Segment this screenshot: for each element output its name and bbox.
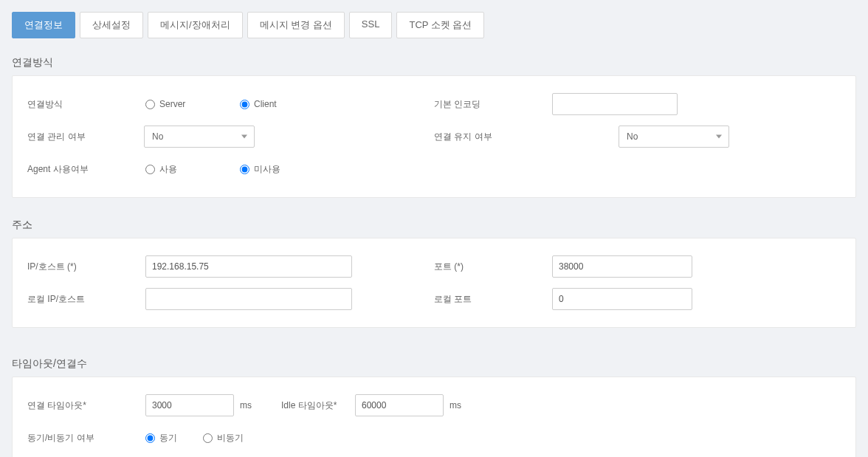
label-local-ip-host: 로컬 IP/호스트	[27, 293, 145, 306]
section-title-connection-method: 연결방식	[12, 56, 856, 69]
unit-conn-timeout: ms	[240, 400, 252, 410]
label-sync-async: 동기/비동기 여부	[27, 432, 145, 444]
label-idle-timeout: Idle 타임아웃*	[281, 399, 355, 412]
label-connection-manage: 연결 관리 여부	[27, 131, 145, 143]
input-ip-host[interactable]	[145, 255, 352, 278]
label-connection-method: 연결방식	[27, 98, 145, 111]
tab-tcp-socket-option[interactable]: TCP 소켓 옵션	[396, 12, 484, 38]
label-connection-keep: 연결 유지 여부	[434, 131, 619, 143]
radio-agent-nouse[interactable]	[240, 165, 249, 174]
panel-address: IP/호스트 (*) 포트 (*) 로컬 IP/호스트 로컬 포트	[12, 238, 856, 328]
radio-label-agent-nouse[interactable]: 미사용	[254, 163, 280, 176]
label-default-encoding: 기본 인코딩	[434, 98, 552, 111]
label-ip-host: IP/호스트 (*)	[27, 261, 145, 273]
radio-label-agent-use[interactable]: 사용	[159, 163, 177, 176]
radio-label-sync[interactable]: 동기	[159, 432, 177, 444]
radio-sync[interactable]	[145, 433, 155, 443]
section-timeout: 타임아웃/연결수 연결 타임아웃* ms Idle 타임아웃* ms 동기/비동…	[12, 357, 856, 457]
input-local-port[interactable]	[552, 288, 692, 310]
radio-agent-use[interactable]	[145, 165, 155, 174]
tab-ssl[interactable]: SSL	[349, 12, 393, 38]
panel-timeout: 연결 타임아웃* ms Idle 타임아웃* ms 동기/비동기 여부 동기 비…	[12, 377, 856, 457]
radio-label-client[interactable]: Client	[254, 99, 277, 109]
label-agent-use: Agent 사용여부	[27, 163, 145, 176]
select-connection-keep[interactable]: No	[619, 126, 729, 148]
section-title-address: 주소	[12, 219, 856, 232]
radio-label-server[interactable]: Server	[159, 99, 185, 109]
select-connection-manage[interactable]: No	[144, 126, 255, 148]
label-conn-timeout: 연결 타임아웃*	[27, 399, 145, 412]
tab-detail-settings[interactable]: 상세설정	[80, 12, 143, 38]
unit-idle-timeout: ms	[450, 400, 461, 410]
radio-client[interactable]	[240, 100, 249, 109]
label-port: 포트 (*)	[434, 261, 552, 273]
radio-server[interactable]	[145, 100, 155, 109]
input-local-ip-host[interactable]	[145, 288, 352, 310]
tabs-bar: 연결정보 상세설정 메시지/장애처리 메시지 변경 옵션 SSL TCP 소켓 …	[12, 12, 856, 38]
radio-label-async[interactable]: 비동기	[217, 432, 244, 444]
panel-connection-method: 연결방식 Server Client 기본 인코딩	[12, 75, 856, 198]
input-default-encoding[interactable]	[552, 93, 678, 115]
input-port[interactable]	[552, 255, 692, 278]
tab-connection-info[interactable]: 연결정보	[12, 12, 75, 38]
radio-async[interactable]	[203, 433, 213, 443]
section-connection-method: 연결방식 연결방식 Server Client 기본 인코딩	[12, 56, 856, 198]
section-title-timeout: 타임아웃/연결수	[12, 357, 856, 371]
input-conn-timeout[interactable]	[145, 394, 234, 416]
input-idle-timeout[interactable]	[355, 394, 444, 416]
tab-message-change-option[interactable]: 메시지 변경 옵션	[247, 12, 345, 38]
tab-message-fault[interactable]: 메시지/장애처리	[148, 12, 243, 38]
label-local-port: 로컬 포트	[434, 293, 552, 306]
section-address: 주소 IP/호스트 (*) 포트 (*) 로컬 IP/호스트 로컬 포트	[12, 219, 856, 328]
